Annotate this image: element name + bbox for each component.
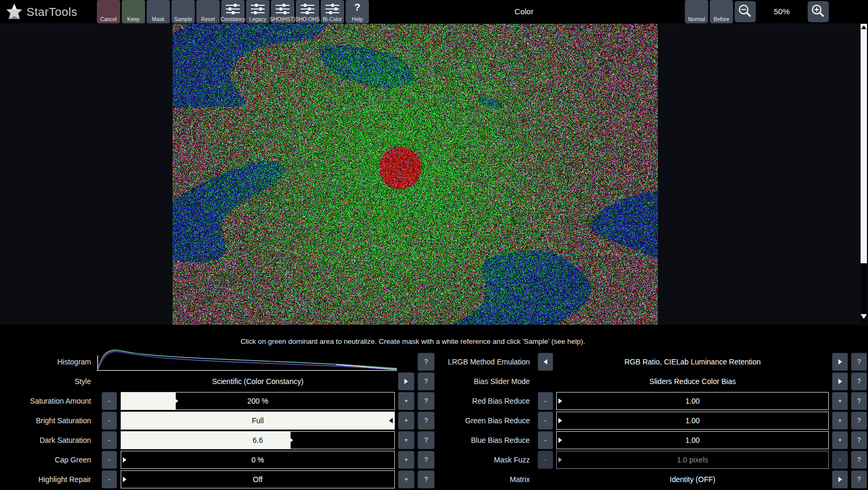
saturation-amount-minus-button[interactable]: - [102,392,117,410]
sliders-icon [271,2,294,16]
blue-bias-help-button[interactable]: ? [851,431,867,449]
bias-slider-mode-select[interactable]: Sliders Reduce Color Bias [556,372,829,390]
bias-slider-mode-next-button[interactable] [832,372,848,390]
blue-bias-label: Blue Bias Reduce [402,431,530,449]
mask-fuzz-slider: 1.0 pixels [556,451,829,469]
app-logo-text: StarTools [26,5,77,19]
highlight-repair-slider[interactable]: Off [121,470,395,488]
bias-slider-mode-help-button[interactable]: ? [851,372,867,390]
matrix-label: Matrix [402,470,530,488]
startools-color-window: StarTools Cancel Keep Mask Sample Reset … [0,0,868,490]
magnifier-plus-icon [810,4,826,20]
dark-saturation-minus-button[interactable]: - [102,431,117,449]
star-logo-icon [4,2,24,22]
saturation-amount-slider[interactable]: 200 % [121,392,395,410]
dark-saturation-label: Dark Saturation [0,431,91,449]
mask-fuzz-minus-button: - [538,451,553,469]
app-logo: StarTools [4,2,77,22]
before-view-button[interactable]: Before [710,0,733,23]
image-canvas[interactable] [173,24,658,325]
lrgb-method-label: LRGB Method Emulation [402,353,530,371]
scroll-down-icon [861,314,867,319]
blue-bias-value: 1.00 [557,432,828,449]
matrix-next-button[interactable] [832,470,848,488]
sliders-icon [221,2,245,16]
red-bias-minus-button[interactable]: - [538,392,553,410]
green-bias-slider[interactable]: 1.00 [556,412,829,430]
lrgb-method-next-button[interactable] [832,353,848,371]
normal-view-button[interactable]: Normal [685,0,708,23]
red-bias-label: Red Bias Reduce [402,392,530,410]
mask-fuzz-help-button[interactable]: ? [851,451,867,469]
highlight-repair-minus-button[interactable]: - [102,470,117,488]
help-button[interactable]: ? Help [346,0,369,23]
legacy-preset-button[interactable]: Legacy [246,0,269,23]
blue-bias-minus-button[interactable]: - [538,431,553,449]
keep-button[interactable]: Keep [122,0,145,23]
scrollbar-thumb[interactable] [861,24,867,263]
bright-saturation-value: Full [121,412,394,429]
cap-green-minus-button[interactable]: - [102,451,117,469]
dark-saturation-slider[interactable]: 6.6 [121,431,395,449]
highlight-repair-label: Highlight Repair [0,470,91,488]
highlight-repair-value: Off [121,471,394,488]
blue-bias-slider[interactable]: 1.00 [556,431,829,449]
lrgb-method-prev-button[interactable] [538,353,553,371]
style-select[interactable]: Scientific (Color Constancy) [121,372,395,390]
matrix-select[interactable]: Identity (OFF) [556,470,829,488]
sliders-icon [246,2,269,16]
image-viewport [0,23,868,325]
red-bias-help-button[interactable]: ? [851,392,867,410]
top-toolbar: StarTools Cancel Keep Mask Sample Reset … [0,0,868,23]
mask-fuzz-label: Mask Fuzz [402,451,530,469]
green-bias-value: 1.00 [557,412,828,429]
constancy-preset-button[interactable]: Constancy [221,0,245,23]
histogram-plot [97,344,397,371]
zoom-out-button[interactable] [735,1,756,22]
reset-button[interactable]: Reset [196,0,220,23]
cap-green-slider[interactable]: 0 % [121,451,395,469]
question-icon: ? [346,2,369,13]
bright-saturation-label: Bright Saturation [0,412,91,430]
green-bias-plus-button[interactable]: + [832,412,848,430]
module-title: Color [471,0,577,23]
scroll-up-icon [861,25,866,29]
saturation-amount-value: 200 % [121,393,394,409]
matrix-help-button[interactable]: ? [851,470,867,488]
bias-slider-mode-label: Bias Slider Mode [402,372,530,390]
sho-hst-preset-button[interactable]: SHO(HST) [271,0,294,23]
mask-button[interactable]: Mask [147,0,170,23]
cap-green-value: 0 % [121,451,394,468]
lrgb-method-help-button[interactable]: ? [851,353,867,371]
bright-saturation-minus-button[interactable]: - [102,412,117,430]
red-bias-plus-button[interactable]: + [832,392,848,410]
cancel-button[interactable]: Cancel [97,0,120,23]
zoom-level-value: 50% [762,0,801,23]
saturation-amount-label: Saturation Amount [0,392,91,410]
sliders-icon [321,2,344,16]
zoom-in-button[interactable] [808,1,829,22]
bi-color-preset-button[interactable]: Bi-Color [321,0,344,23]
mask-fuzz-plus-button: + [832,451,848,469]
green-bias-label: Green Bias Reduce [402,412,530,430]
sliders-icon [296,2,319,16]
red-bias-slider[interactable]: 1.00 [556,392,829,410]
histogram-label: Histogram [0,353,91,371]
arrow-right-icon [838,379,842,384]
bright-saturation-slider[interactable]: Full [121,412,395,430]
mask-fuzz-value: 1.0 pixels [557,451,828,468]
green-bias-help-button[interactable]: ? [851,412,867,430]
dark-saturation-value: 6.6 [121,432,394,449]
vertical-scrollbar[interactable] [861,24,867,325]
cap-green-label: Cap Green [0,451,91,469]
lrgb-method-select[interactable]: RGB Ratio, CIELab Luminance Retention [556,353,829,371]
red-bias-value: 1.00 [557,393,828,409]
arrow-right-icon [838,359,842,364]
sample-button[interactable]: Sample [171,0,195,23]
green-bias-minus-button[interactable]: - [538,412,553,430]
magnifier-minus-icon [737,4,753,20]
style-label: Style [0,372,91,390]
sho-ohs-preset-button[interactable]: SHO:OHS [296,0,319,23]
arrow-right-icon [838,477,842,482]
blue-bias-plus-button[interactable]: + [832,431,848,449]
